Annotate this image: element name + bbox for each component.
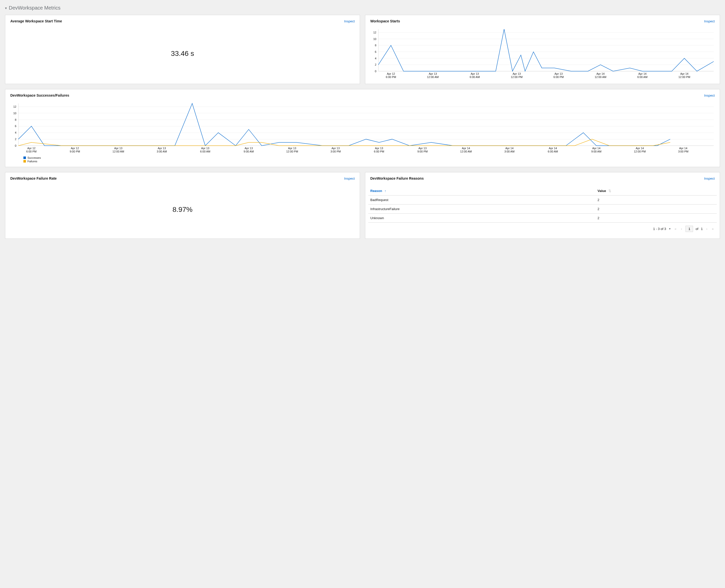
svg-text:2: 2 xyxy=(15,138,16,141)
pager: 1 - 3 of 3 ▼ « ‹ of 1 › » xyxy=(368,223,717,233)
panel-title: DevWorkspace Failure Rate xyxy=(10,176,57,181)
svg-text:12: 12 xyxy=(13,105,16,108)
inspect-link[interactable]: Inspect xyxy=(704,176,715,181)
svg-text:6:00 PM: 6:00 PM xyxy=(26,150,37,153)
failure-rate-value: 8.97% xyxy=(8,184,357,234)
table-row: Unknown2 xyxy=(368,214,717,223)
svg-text:6: 6 xyxy=(15,125,16,128)
svg-text:6: 6 xyxy=(375,50,376,53)
panel-workspace-starts: Workspace Starts Inspect 024681012Apr 12… xyxy=(365,15,720,84)
panel-title: Workspace Starts xyxy=(370,19,400,23)
col-header-value[interactable]: Value ⇅ xyxy=(596,186,717,195)
table-row: InfrastructureFailure2 xyxy=(368,205,717,214)
svg-text:Apr 13: Apr 13 xyxy=(288,147,296,150)
svg-text:12:00 PM: 12:00 PM xyxy=(679,76,690,79)
legend-swatch-icon xyxy=(23,160,26,163)
svg-text:Apr 13: Apr 13 xyxy=(201,147,209,150)
pager-range: 1 - 3 of 3 xyxy=(653,227,666,231)
inspect-link[interactable]: Inspect xyxy=(704,19,715,23)
svg-text:4: 4 xyxy=(375,57,376,60)
cell-value: 2 xyxy=(596,214,717,223)
svg-text:10: 10 xyxy=(373,38,376,41)
inspect-link[interactable]: Inspect xyxy=(344,176,355,181)
svg-text:Apr 13: Apr 13 xyxy=(555,72,563,75)
svg-text:Apr 13: Apr 13 xyxy=(245,147,253,150)
svg-text:6:00 AM: 6:00 AM xyxy=(470,76,480,79)
legend-swatch-icon xyxy=(23,156,26,159)
svg-text:12: 12 xyxy=(373,31,376,34)
svg-text:10: 10 xyxy=(13,112,16,115)
svg-text:12:00 AM: 12:00 AM xyxy=(113,150,124,153)
pager-last-icon[interactable]: » xyxy=(711,227,715,231)
pager-page-input[interactable] xyxy=(685,226,693,232)
svg-text:8: 8 xyxy=(15,118,16,121)
svg-text:12:00 PM: 12:00 PM xyxy=(634,150,646,153)
svg-text:Apr 13: Apr 13 xyxy=(375,147,383,150)
svg-text:6:00 AM: 6:00 AM xyxy=(200,150,210,153)
legend-label: Failures xyxy=(27,160,37,163)
panel-title: Average Workspace Start Time xyxy=(10,19,62,23)
pager-first-icon[interactable]: « xyxy=(673,227,678,231)
inspect-link[interactable]: Inspect xyxy=(344,19,355,23)
svg-text:Apr 14: Apr 14 xyxy=(636,147,644,150)
chart-legend: Successes Failures xyxy=(8,156,717,163)
svg-text:Apr 13: Apr 13 xyxy=(331,147,340,150)
svg-text:9:00 AM: 9:00 AM xyxy=(244,150,254,153)
section-header[interactable]: ▾ DevWorkspace Metrics xyxy=(5,5,720,11)
cell-reason: Unknown xyxy=(368,214,596,223)
sort-asc-icon: ↑ xyxy=(385,189,386,193)
svg-text:3:00 AM: 3:00 AM xyxy=(157,150,167,153)
svg-text:Apr 13: Apr 13 xyxy=(114,147,122,150)
pager-of-label: of xyxy=(696,227,698,231)
panel-avg-start-time: Average Workspace Start Time Inspect 33.… xyxy=(5,15,360,84)
svg-text:Apr 12: Apr 12 xyxy=(387,72,395,75)
panel-successes-failures: DevWorkspace Successes/Failures Inspect … xyxy=(5,89,720,167)
pager-prev-icon[interactable]: ‹ xyxy=(680,227,683,231)
svg-text:12:00 PM: 12:00 PM xyxy=(511,76,523,79)
cell-value: 2 xyxy=(596,205,717,214)
cell-reason: InfrastructureFailure xyxy=(368,205,596,214)
svg-text:12:00 PM: 12:00 PM xyxy=(286,150,298,153)
svg-text:6:00 PM: 6:00 PM xyxy=(374,150,384,153)
svg-text:4: 4 xyxy=(15,131,16,134)
chart-successes-failures: 024681012Apr 126:00 PMApr 129:00 PMApr 1… xyxy=(8,101,717,154)
svg-text:Apr 13: Apr 13 xyxy=(158,147,166,150)
svg-text:12:00 AM: 12:00 AM xyxy=(595,76,606,79)
svg-text:12:00 AM: 12:00 AM xyxy=(460,150,472,153)
svg-text:Apr 14: Apr 14 xyxy=(549,147,557,150)
svg-text:Apr 14: Apr 14 xyxy=(505,147,513,150)
svg-text:3:00 PM: 3:00 PM xyxy=(678,150,688,153)
cell-value: 2 xyxy=(596,195,717,205)
section-title: DevWorkspace Metrics xyxy=(9,5,60,11)
table-row: BadRequest2 xyxy=(368,195,717,205)
cell-reason: BadRequest xyxy=(368,195,596,205)
inspect-link[interactable]: Inspect xyxy=(704,93,715,97)
pager-dropdown-icon[interactable]: ▼ xyxy=(669,228,671,230)
col-header-label: Reason xyxy=(370,189,382,193)
svg-text:6:00 AM: 6:00 AM xyxy=(638,76,647,79)
svg-text:0: 0 xyxy=(15,144,16,147)
svg-text:12:00 AM: 12:00 AM xyxy=(427,76,439,79)
svg-text:Apr 12: Apr 12 xyxy=(71,147,79,150)
svg-text:6:00 AM: 6:00 AM xyxy=(548,150,558,153)
sort-icon: ⇅ xyxy=(608,189,611,193)
pager-total: 1 xyxy=(701,227,703,231)
svg-text:6:00 PM: 6:00 PM xyxy=(553,76,564,79)
panel-title: DevWorkspace Failure Reasons xyxy=(370,176,424,181)
avg-start-time-value: 33.46 s xyxy=(8,27,357,80)
svg-text:Apr 14: Apr 14 xyxy=(639,72,646,75)
svg-text:Apr 13: Apr 13 xyxy=(418,147,426,150)
svg-text:Apr 12: Apr 12 xyxy=(27,147,36,150)
pager-next-icon[interactable]: › xyxy=(705,227,708,231)
svg-text:2: 2 xyxy=(375,63,376,66)
col-header-reason[interactable]: Reason ↑ xyxy=(368,186,596,195)
failure-reasons-table: Reason ↑ Value ⇅ BadRequest2Infrastructu… xyxy=(368,186,717,223)
svg-text:9:00 PM: 9:00 PM xyxy=(417,150,428,153)
legend-label: Successes xyxy=(27,156,41,159)
svg-text:6:00 PM: 6:00 PM xyxy=(386,76,396,79)
legend-item-failures: Failures xyxy=(23,160,717,163)
legend-item-successes: Successes xyxy=(23,156,717,159)
svg-text:Apr 14: Apr 14 xyxy=(592,147,600,150)
svg-text:9:00 PM: 9:00 PM xyxy=(70,150,80,153)
svg-text:8: 8 xyxy=(375,44,376,47)
